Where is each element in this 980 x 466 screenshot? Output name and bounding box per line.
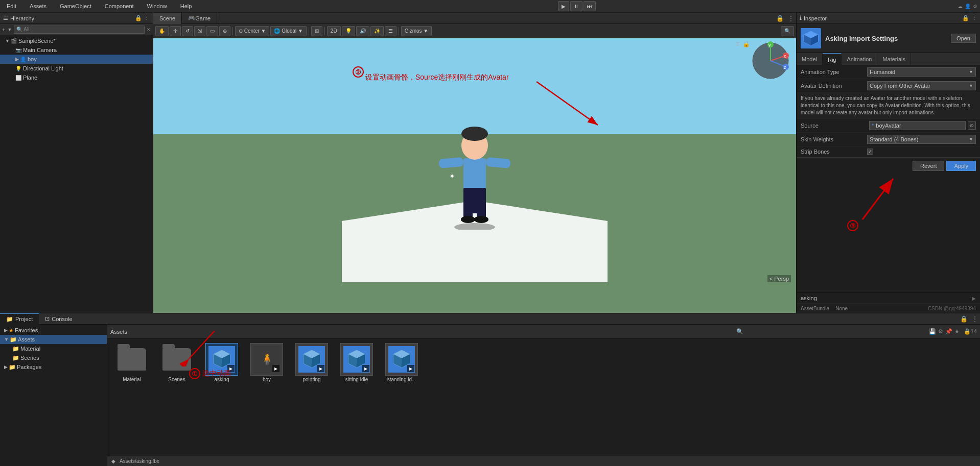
toolbar-gameobject[interactable]: GameObject <box>56 3 96 9</box>
scene-tab[interactable]: Scene <box>153 13 182 24</box>
snap-btn[interactable]: ⊞ <box>311 26 322 36</box>
inspector-expand-icon[interactable]: ▶ <box>972 296 976 301</box>
svg-text:z: z <box>784 65 786 70</box>
separator-1 <box>232 27 233 35</box>
separator-3 <box>324 27 325 35</box>
pointing-play-overlay: ▶ <box>317 365 324 372</box>
hierarchy-item-boy[interactable]: ▶ 👤 boy <box>0 55 153 64</box>
bottom-star-icon[interactable]: ★ <box>954 328 960 335</box>
play-button[interactable]: ▶ <box>558 1 569 11</box>
gizmos-btn[interactable]: Gizmos ▼ <box>401 26 432 36</box>
hierarchy-add-btn[interactable]: + <box>2 27 5 33</box>
apply-button[interactable]: Apply <box>946 161 976 171</box>
hierarchy-dropdown[interactable]: ▼ <box>7 27 12 32</box>
avatar-definition-dropdown[interactable]: Copy From Other Avatar ▼ <box>867 81 976 90</box>
bottom-settings-icon[interactable]: ⚙ <box>938 328 943 335</box>
viewport-lock-overlay[interactable]: 🔒 <box>742 40 750 47</box>
main-camera-label: Main Camera <box>23 47 57 53</box>
hierarchy-search-text[interactable]: All <box>24 27 29 32</box>
2d-btn[interactable]: 2D <box>327 26 341 36</box>
effects-btn[interactable]: ✨ <box>370 26 384 36</box>
hierarchy-search-icon: 🔍 <box>16 27 22 32</box>
viewport-lock-icon[interactable]: 🔒 <box>774 15 786 22</box>
hidden-btn[interactable]: ☰ <box>385 26 396 36</box>
step-button[interactable]: ⏭ <box>584 1 596 11</box>
toolbar-edit[interactable]: Edit <box>3 3 20 9</box>
skin-weights-field: Standard (4 Bones) ▼ <box>867 135 976 144</box>
search-icon-bottom[interactable]: 🔍 <box>736 328 743 335</box>
asset-standing-idle[interactable]: ▶ standing id... <box>381 343 422 382</box>
hierarchy-item-plane[interactable]: ⬜ Plane <box>0 73 153 82</box>
toolbar-component[interactable]: Component <box>101 3 138 9</box>
inspector-tab-materials[interactable]: Materials <box>877 53 911 65</box>
search-scene-btn[interactable]: 🔍 <box>781 26 794 36</box>
asset-sitting-idle[interactable]: ▶ sitting idle <box>336 343 377 382</box>
bottom-lock-icon[interactable]: 🔒 <box>958 315 970 323</box>
global-btn[interactable]: 🌐 Global ▼ <box>270 26 306 36</box>
sidebar-packages[interactable]: ▶ 📁 Packages <box>0 362 107 372</box>
inspector-menu[interactable]: ⋮ <box>971 15 977 21</box>
bottom-save-icon[interactable]: 💾 <box>929 328 936 335</box>
hierarchy-item-dir-light[interactable]: 💡 Directional Light <box>0 64 153 73</box>
svg-point-9 <box>474 216 488 223</box>
source-picker-btn[interactable]: ⊙ <box>968 121 976 130</box>
viewport-hamburger[interactable]: ≡ <box>736 40 739 47</box>
viewport-toolbar: ✋ ✛ ↺ ⇲ ▭ ⊕ ⊙ Center ▼ 🌐 Global ▼ ⊞ 2D 💡… <box>153 24 796 38</box>
audio-btn[interactable]: 🔊 <box>356 26 369 36</box>
asset-material[interactable]: Material <box>111 343 152 382</box>
character-svg: ✦ <box>434 117 516 230</box>
standing-idle-asset-label: standing id... <box>387 377 416 382</box>
breadcrumb: Assets <box>110 329 127 335</box>
bottom-menu-icon[interactable]: ⋮ <box>970 315 980 323</box>
svg-point-2 <box>461 127 488 141</box>
pause-button[interactable]: ⏸ <box>570 1 582 11</box>
project-tab[interactable]: 📁 Project <box>0 313 39 325</box>
scenes-asset-label: Scenes <box>168 377 185 382</box>
inspector-lock[interactable]: 🔒 <box>962 15 969 21</box>
lighting-btn[interactable]: 💡 <box>342 26 355 36</box>
revert-button[interactable]: Revert <box>913 161 944 171</box>
camera-icon: 📷 <box>15 47 21 53</box>
inspector-tab-rig[interactable]: Rig <box>823 53 842 65</box>
hierarchy-menu-icon[interactable]: ⋮ <box>144 15 150 21</box>
assets-folder-icon: 📁 <box>10 336 17 343</box>
strip-bones-checkbox[interactable]: ✓ <box>867 149 873 155</box>
asset-pointing[interactable]: ▶ pointing <box>291 343 332 382</box>
hierarchy-item-main-camera[interactable]: 📷 Main Camera <box>0 45 153 55</box>
hierarchy-scene[interactable]: ▼ 🎬 SampleScene* <box>0 36 153 45</box>
transform-tool[interactable]: ⊕ <box>219 26 230 36</box>
toolbar-help[interactable]: Help <box>176 3 196 9</box>
rect-tool[interactable]: ▭ <box>206 26 218 36</box>
scale-tool[interactable]: ⇲ <box>194 26 205 36</box>
packages-folder-icon: 📁 <box>9 364 16 371</box>
toolbar-window[interactable]: Window <box>143 3 171 9</box>
separator-4 <box>399 27 399 35</box>
sidebar-favorites[interactable]: ▶ ★ Favorites <box>0 326 107 335</box>
sidebar-material[interactable]: 📁 Material <box>0 344 107 353</box>
inspector-footer-btns: Revert Apply <box>797 157 980 174</box>
game-tab[interactable]: 🎮 Game <box>182 13 217 24</box>
svg-text:✦: ✦ <box>449 172 455 180</box>
inspector-header: ℹ Inspector 🔒 ⋮ <box>797 13 980 24</box>
standing-play-overlay: ▶ <box>407 365 414 372</box>
pivot-btn[interactable]: ⊙ Center ▼ <box>235 26 269 36</box>
skin-weights-dropdown[interactable]: Standard (4 Bones) ▼ <box>867 135 976 144</box>
annotation-1-svg <box>179 339 220 366</box>
hierarchy-lock-icon[interactable]: 🔒 <box>135 15 142 21</box>
viewport-menu-icon[interactable]: ⋮ <box>786 15 796 22</box>
asset-boy[interactable]: 🧍 ▶ boy <box>246 343 287 382</box>
toolbar-assets[interactable]: Assets <box>26 3 51 9</box>
inspector-tab-model[interactable]: Model <box>797 53 823 65</box>
rotate-tool[interactable]: ↺ <box>182 26 193 36</box>
console-tab[interactable]: ⊡ Console <box>39 313 78 325</box>
move-tool[interactable]: ✛ <box>170 26 181 36</box>
animation-type-dropdown[interactable]: Humanoid ▼ <box>867 67 976 77</box>
bottom-pin-icon[interactable]: 📌 <box>945 328 952 335</box>
inspector-open-btn[interactable]: Open <box>951 34 976 43</box>
inspector-asking-label: asking <box>801 295 817 301</box>
hierarchy-close-search[interactable]: ✕ <box>147 27 151 32</box>
inspector-tab-animation[interactable]: Animation <box>842 53 877 65</box>
sidebar-scenes[interactable]: 📁 Scenes <box>0 353 107 362</box>
sidebar-assets[interactable]: ▼ 📁 Assets <box>0 335 107 344</box>
hand-tool[interactable]: ✋ <box>155 26 169 36</box>
